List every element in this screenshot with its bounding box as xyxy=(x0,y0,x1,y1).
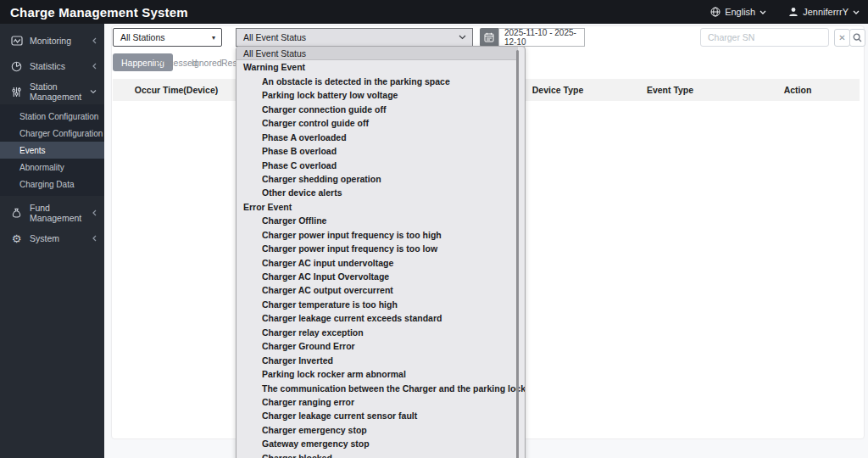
sidebar-item-label: Monitoring xyxy=(30,36,71,46)
sidebar-item-monitoring[interactable]: Monitoring xyxy=(0,28,104,53)
sliders-icon xyxy=(10,86,23,98)
station-select[interactable]: All Stations ▾ xyxy=(113,28,222,47)
chevron-left-icon xyxy=(92,63,97,70)
pie-chart-icon xyxy=(10,60,23,73)
event-status-option[interactable]: Charger AC input undervoltage xyxy=(236,256,525,270)
sidebar-item-statistics[interactable]: Statistics xyxy=(0,53,104,79)
search-icon xyxy=(853,33,862,42)
sidebar-item-system[interactable]: ⚙ System xyxy=(0,226,104,251)
money-bag-icon xyxy=(10,207,23,220)
event-status-option[interactable]: Charger Ground Error xyxy=(236,339,525,353)
event-status-option[interactable]: Charger blocked xyxy=(236,451,525,458)
charger-sn-input[interactable]: Charger SN xyxy=(700,28,829,47)
calendar-icon xyxy=(484,32,494,42)
globe-icon xyxy=(710,7,721,17)
topbar: Charge Management System English Jennife… xyxy=(0,0,868,24)
column-header-occur-time: Occur Time(Device) xyxy=(113,85,240,95)
monitor-chart-icon xyxy=(10,35,23,47)
event-status-option[interactable]: Charger relay exception xyxy=(236,326,525,339)
close-icon: ✕ xyxy=(838,33,845,42)
language-menu[interactable]: English xyxy=(710,7,766,17)
user-menu[interactable]: JenniferrrY xyxy=(788,7,860,17)
event-status-option[interactable]: Charger temperature is too high xyxy=(236,298,525,311)
sidebar-item-station-configuration[interactable]: Station Configuration xyxy=(0,108,104,125)
column-header-action: Action xyxy=(736,85,860,95)
event-status-option[interactable]: Phase A overloaded xyxy=(236,131,525,144)
tab-ignored[interactable]: Ignored xyxy=(192,53,222,71)
column-header-event-type: Event Type xyxy=(604,85,736,95)
chevron-left-icon xyxy=(92,235,97,242)
event-status-option[interactable]: Phase C overload xyxy=(236,159,525,172)
date-range-input[interactable]: 2025-11-10 - 2025-12-10 xyxy=(498,28,585,47)
event-status-option[interactable]: Parking lock rocker arm abnormal xyxy=(236,367,525,381)
sidebar-item-charging-data[interactable]: Charging Data xyxy=(0,176,104,193)
dropdown-scrollbar[interactable] xyxy=(516,50,519,458)
charger-sn-placeholder: Charger SN xyxy=(708,32,754,42)
gear-icon: ⚙ xyxy=(10,232,23,245)
event-status-option[interactable]: Charger AC Input Overvoltage xyxy=(236,270,525,283)
sidebar-item-label: Statistics xyxy=(30,61,65,71)
event-status-option[interactable]: An obstacle is detected in the parking s… xyxy=(236,75,525,88)
event-status-option[interactable]: Phase B overload xyxy=(236,144,525,158)
clear-search-button[interactable]: ✕ xyxy=(834,29,850,47)
username-label: JenniferrrY xyxy=(803,7,849,17)
event-status-option[interactable]: Parking lock battery low voltage xyxy=(236,88,525,102)
event-status-option[interactable]: The communication between the Charger an… xyxy=(236,382,525,395)
event-status-option-selected[interactable]: All Event Status xyxy=(236,47,518,60)
event-status-option[interactable]: Charger power input frequency is too hig… xyxy=(236,228,525,242)
event-status-option[interactable]: Charger AC output overcurrent xyxy=(236,283,525,297)
event-status-group-label: Warning Event xyxy=(236,60,525,74)
event-status-dropdown: All Event StatusWarning EventAn obstacle… xyxy=(236,46,526,458)
chevron-down-icon xyxy=(90,90,97,94)
event-status-group-label: Error Event xyxy=(236,200,525,214)
calendar-button[interactable] xyxy=(480,28,498,47)
chevron-down-icon xyxy=(853,10,860,14)
sidebar-item-label: System xyxy=(30,233,59,243)
event-status-option[interactable]: Charger power input frequency is too low xyxy=(236,242,525,255)
event-status-option[interactable]: Gateway emergency stop xyxy=(236,437,525,450)
event-status-option[interactable]: Charger shedding operation xyxy=(236,172,525,186)
event-status-option[interactable]: Charger connection guide off xyxy=(236,103,525,116)
chevron-left-icon xyxy=(92,37,97,44)
sidebar-item-events[interactable]: Events xyxy=(0,142,104,159)
app-title: Charge Management System xyxy=(10,5,188,20)
event-status-option[interactable]: Charger ranging error xyxy=(236,395,525,409)
topbar-right: English JenniferrrY xyxy=(710,0,860,24)
event-status-option[interactable]: Charger Offline xyxy=(236,214,525,227)
user-icon xyxy=(788,7,798,17)
sidebar-item-abnormality[interactable]: Abnormality xyxy=(0,159,104,176)
chevron-left-icon xyxy=(92,209,97,216)
event-status-option[interactable]: Charger control guide off xyxy=(236,116,525,130)
event-status-select[interactable]: All Event Status xyxy=(236,28,473,47)
event-status-option[interactable]: Charger emergency stop xyxy=(236,423,525,437)
sidebar-item-fund-management[interactable]: Fund Management xyxy=(0,200,104,226)
event-status-option[interactable]: Other device alerts xyxy=(236,186,525,199)
caret-down-icon: ▾ xyxy=(212,34,215,42)
event-status-option[interactable]: Charger leakage current sensor fault xyxy=(236,409,525,422)
chevron-down-icon xyxy=(760,10,766,14)
event-status-option[interactable]: Charger leakage current exceeds standard xyxy=(236,311,525,325)
language-label: English xyxy=(725,7,755,17)
station-management-submenu: Station Configuration Charger Configurat… xyxy=(0,104,104,196)
sidebar: Monitoring Statistics Station Management xyxy=(0,24,104,458)
sidebar-item-charger-configuration[interactable]: Charger Configuration xyxy=(0,125,104,142)
sidebar-item-station-management[interactable]: Station Management xyxy=(0,79,104,104)
search-button[interactable] xyxy=(849,29,865,47)
chevron-down-icon xyxy=(459,35,466,40)
page: Charge Management System English Jennife… xyxy=(0,0,868,458)
event-status-option[interactable]: Charger Inverted xyxy=(236,354,525,367)
